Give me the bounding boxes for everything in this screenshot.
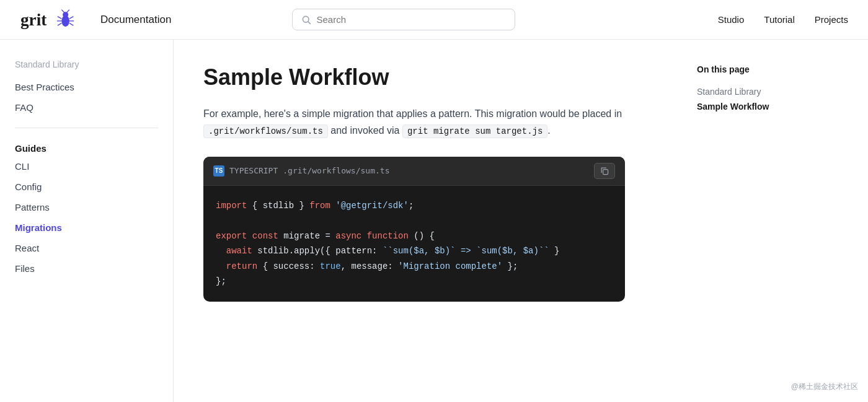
page-intro: For example, here's a simple migration t… <box>203 105 652 139</box>
sidebar-item-patterns[interactable]: Patterns <box>15 197 158 217</box>
watermark: @稀土掘金技术社区 <box>791 382 858 392</box>
code-lang-label: TYPESCRIPT <box>229 166 278 175</box>
toc-title: On this page <box>697 64 804 74</box>
code-block-body: import { stdlib } from '@getgrit/sdk'; e… <box>203 186 625 302</box>
code-block-header-left: TS TYPESCRIPT .grit/workflows/sum.ts <box>213 165 389 177</box>
sidebar-item-migrations[interactable]: Migrations <box>15 217 158 238</box>
logo-area: grit Documentation <box>20 7 171 32</box>
main-content: Sample Workflow For example, here's a si… <box>174 40 682 402</box>
logo-bug-icon <box>57 9 74 26</box>
page-heading: Sample Workflow <box>203 64 652 90</box>
typescript-icon: TS <box>213 165 224 177</box>
svg-line-10 <box>69 23 73 25</box>
svg-point-2 <box>63 12 68 17</box>
nav-tutorial[interactable]: Tutorial <box>764 14 794 25</box>
sidebar-divider <box>15 128 158 128</box>
code-file-path: .grit/workflows/sum.ts <box>283 166 389 175</box>
search-bar[interactable] <box>292 9 515 30</box>
inline-code-cmd: grit migrate sum target.js <box>402 125 547 138</box>
svg-line-8 <box>69 16 73 19</box>
page-layout: Standard Library Best Practices FAQ Guid… <box>0 40 868 402</box>
svg-line-12 <box>308 21 311 24</box>
nav-studio[interactable]: Studio <box>718 14 745 25</box>
intro-text-3: . <box>547 125 550 136</box>
code-block-header: TS TYPESCRIPT .grit/workflows/sum.ts <box>203 157 625 186</box>
sidebar-item-files[interactable]: Files <box>15 258 158 279</box>
toc-item-sample-workflow[interactable]: Sample Workflow <box>697 99 804 114</box>
code-block-wrapper: TS TYPESCRIPT .grit/workflows/sum.ts imp… <box>203 157 625 302</box>
toc-panel: On this page Standard Library Sample Wor… <box>682 40 818 402</box>
copy-icon <box>600 166 609 176</box>
svg-text:grit: grit <box>20 11 46 29</box>
intro-text-2: and invoked via <box>328 125 402 136</box>
search-input[interactable] <box>316 14 506 25</box>
header-title: Documentation <box>100 14 171 26</box>
sidebar-guides-label: Guides <box>15 143 158 154</box>
nav-links: Studio Tutorial Projects <box>718 14 848 25</box>
toc-item-standard-library[interactable]: Standard Library <box>697 84 804 99</box>
sidebar-item-best-practices[interactable]: Best Practices <box>15 77 158 97</box>
sidebar-item-react[interactable]: React <box>15 238 158 258</box>
svg-line-4 <box>66 9 69 12</box>
sidebar: Standard Library Best Practices FAQ Guid… <box>0 40 174 402</box>
sidebar-item-config[interactable]: Config <box>15 177 158 197</box>
sidebar-item-faq[interactable]: FAQ <box>15 97 158 118</box>
svg-line-7 <box>58 23 61 25</box>
nav-projects[interactable]: Projects <box>815 14 848 25</box>
svg-line-3 <box>61 9 64 12</box>
logo-icon: grit <box>20 7 94 32</box>
sidebar-section-label: Standard Library <box>15 59 158 69</box>
search-icon <box>301 15 311 25</box>
copy-button[interactable] <box>594 163 615 179</box>
sidebar-item-cli[interactable]: CLI <box>15 156 158 177</box>
header: grit Documentation <box>0 0 868 40</box>
inline-code-path: .grit/workflows/sum.ts <box>203 125 328 138</box>
intro-text-1: For example, here's a simple migration t… <box>203 108 622 119</box>
svg-rect-13 <box>603 170 608 175</box>
svg-line-5 <box>58 16 61 19</box>
